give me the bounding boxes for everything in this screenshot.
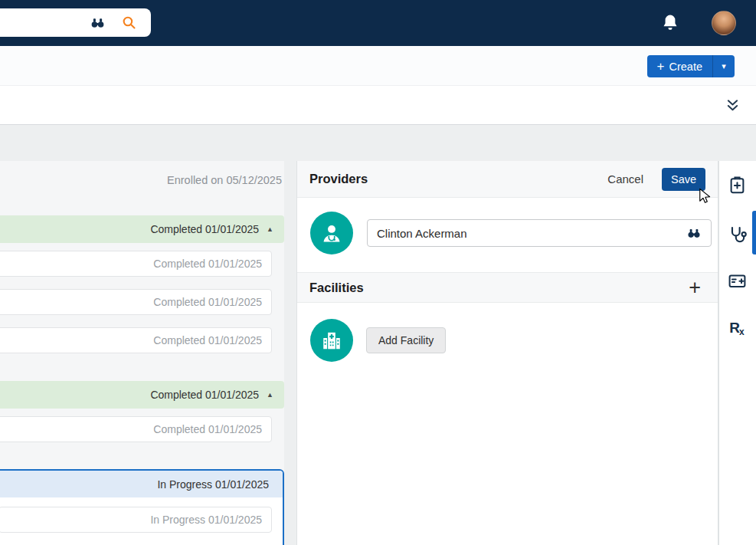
create-dropdown-button[interactable]: ▾ — [712, 55, 735, 77]
task-row[interactable]: Completed 01/01/2025 — [0, 251, 272, 277]
create-split-button: + Create ▾ — [647, 55, 735, 77]
cancel-button[interactable]: Cancel — [607, 172, 643, 185]
right-icon-rail: Rx — [718, 161, 756, 545]
providers-panel: Providers Cancel Save — [296, 161, 718, 545]
provider-avatar — [310, 212, 353, 254]
create-button[interactable]: + Create — [647, 55, 712, 77]
tool-strip — [0, 86, 756, 125]
enrollment-panel: Enrolled on 05/12/2025 Completed 01/01/2… — [0, 161, 284, 545]
action-bar: + Create ▾ — [0, 46, 756, 86]
collapse-icon: ▲ — [267, 225, 273, 233]
enrolled-date-label: Enrolled on 05/12/2025 — [167, 174, 282, 186]
facilities-section-header: Facilities + — [297, 272, 718, 303]
provider-name-input[interactable] — [367, 219, 712, 247]
notifications-bell-icon[interactable] — [659, 12, 681, 34]
task-status-label: Completed 01/01/2025 — [153, 296, 262, 308]
prescription-rx-icon[interactable]: Rx — [727, 317, 748, 338]
hospital-icon — [319, 327, 345, 353]
double-chevron-down-icon — [725, 98, 740, 113]
group-status-label: Completed 01/01/2025 — [150, 223, 259, 235]
insurance-card-icon[interactable] — [727, 271, 748, 291]
binoculars-icon[interactable] — [90, 15, 106, 31]
facility-avatar — [310, 319, 353, 362]
create-button-label: Create — [669, 61, 702, 73]
task-status-label: Completed 01/01/2025 — [153, 258, 262, 270]
provider-lookup-binoculars-icon[interactable] — [686, 225, 702, 241]
collapse-icon: ▲ — [267, 391, 273, 399]
plus-icon: + — [657, 60, 665, 73]
panel-actions: Cancel Save — [607, 168, 705, 191]
task-row[interactable]: Completed 01/01/2025 — [0, 327, 272, 353]
task-row[interactable]: Completed 01/01/2025 — [0, 416, 272, 442]
task-status-label: Completed 01/01/2025 — [153, 334, 262, 346]
active-tab-indicator — [752, 211, 756, 254]
search-input[interactable] — [2, 8, 84, 37]
active-task-group: In Progress 01/01/2025 In Progress 01/01… — [0, 469, 284, 545]
medical-kit-icon[interactable] — [727, 175, 748, 195]
save-button[interactable]: Save — [662, 168, 705, 191]
add-facility-plus-icon[interactable]: + — [689, 277, 701, 298]
task-group-header-active[interactable]: In Progress 01/01/2025 — [0, 471, 283, 497]
task-row[interactable]: In Progress 01/01/2025 — [0, 507, 272, 533]
facilities-title: Facilities — [309, 281, 364, 295]
doctor-icon — [319, 220, 345, 246]
stethoscope-icon[interactable] — [727, 225, 748, 245]
add-facility-button[interactable]: Add Facility — [366, 327, 446, 353]
caret-down-icon: ▾ — [722, 61, 726, 71]
providers-title: Providers — [309, 172, 368, 186]
task-status-label: In Progress 01/01/2025 — [150, 514, 262, 526]
top-navbar — [0, 0, 756, 46]
task-row[interactable]: Completed 01/01/2025 — [0, 289, 272, 315]
provider-name-field-wrap — [367, 219, 712, 247]
user-avatar[interactable] — [712, 11, 736, 35]
group-status-label: Completed 01/01/2025 — [150, 389, 259, 401]
task-group-header[interactable]: Completed 01/01/2025 ▲ — [0, 381, 284, 409]
group-status-label: In Progress 01/01/2025 — [157, 478, 269, 491]
task-group-header[interactable]: Completed 01/01/2025 ▲ — [0, 215, 284, 243]
task-status-label: Completed 01/01/2025 — [153, 423, 262, 435]
app-window: + Create ▾ Enrolled on 05/12/2025 Comple… — [0, 0, 756, 545]
search-icon[interactable] — [121, 15, 137, 31]
global-search — [0, 8, 151, 37]
providers-panel-header: Providers Cancel Save — [297, 161, 718, 198]
collapse-all-button[interactable] — [725, 98, 740, 113]
